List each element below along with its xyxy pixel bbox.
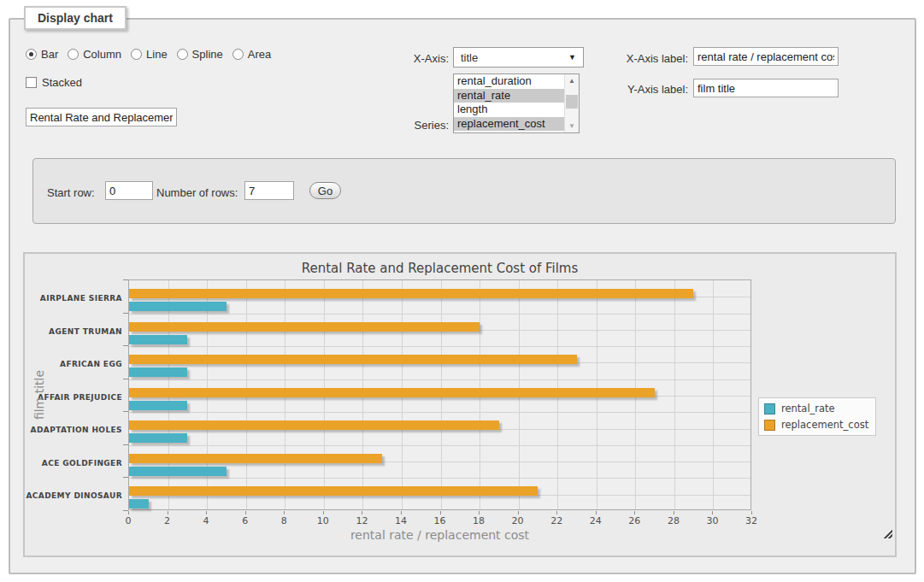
- stacked-option[interactable]: Stacked: [26, 76, 82, 89]
- x-axis-tick: [362, 511, 362, 514]
- x-axis-tick: [284, 511, 285, 514]
- x-axis-tick: [323, 511, 324, 514]
- x-tick-label: 24: [581, 515, 610, 526]
- y-axis-tick: [123, 379, 128, 379]
- y-axis-tick: [123, 477, 128, 478]
- series-option-replacement_cost[interactable]: replacement_cost: [454, 117, 564, 132]
- bar-rental_rate: [129, 367, 187, 377]
- radio-label: Column: [83, 48, 121, 61]
- radio-icon[interactable]: [232, 49, 244, 60]
- scroll-thumb[interactable]: [566, 95, 578, 109]
- y-axis-label-field-label: Y-Axis label:: [598, 83, 688, 96]
- bar-rental_rate: [129, 302, 227, 311]
- y-axis-title: film title: [32, 370, 46, 420]
- x-axis-tick: [596, 511, 597, 514]
- chart-title-input[interactable]: [26, 108, 177, 126]
- chart-type-radio-column[interactable]: Column: [68, 48, 121, 61]
- scroll-up-icon[interactable]: ▲: [565, 74, 579, 87]
- bar-rental_rate: [129, 467, 227, 476]
- resize-grip-icon[interactable]: [883, 529, 892, 538]
- y-axis-tick: [123, 345, 128, 346]
- legend-label: rental_rate: [781, 403, 835, 414]
- x-tick-label: 8: [269, 515, 298, 526]
- scrollbar[interactable]: ▲ ▼: [564, 74, 579, 132]
- y-axis-label-input[interactable]: [693, 79, 839, 97]
- radio-label: Bar: [41, 48, 58, 61]
- x-axis-tick: [206, 511, 207, 514]
- x-tick-label: 16: [426, 515, 455, 526]
- radio-icon[interactable]: [177, 49, 188, 60]
- chart-title: Rental Rate and Replacement Cost of Film…: [128, 261, 751, 276]
- x-tick-label: 10: [309, 515, 338, 526]
- category-label: AGENT TRUMAN: [25, 327, 122, 336]
- x-tick-label: 32: [737, 515, 766, 526]
- chart-legend: rental_ratereplacement_cost: [758, 397, 876, 436]
- gridline-horizontal: [129, 445, 750, 446]
- x-tick-label: 22: [542, 515, 571, 526]
- category-label: ADAPTATION HOLES: [25, 426, 122, 434]
- series-option-length[interactable]: length: [454, 103, 564, 117]
- category-label: ACE GOLDFINGER: [25, 459, 122, 467]
- x-axis-tick: [440, 511, 441, 514]
- start-row-input[interactable]: [105, 181, 153, 200]
- bar-replacement_cost: [129, 420, 499, 430]
- x-axis-tick: [751, 511, 752, 514]
- y-axis-tick: [123, 313, 128, 314]
- stacked-checkbox[interactable]: [26, 77, 37, 88]
- x-axis-tick: [674, 511, 674, 514]
- legend-entry-replacement_cost: replacement_cost: [764, 419, 868, 431]
- chart-type-radio-group: BarColumnLineSplineArea: [26, 48, 271, 61]
- go-button[interactable]: Go: [309, 182, 341, 199]
- x-axis-tick: [128, 511, 129, 514]
- bar-replacement_cost: [129, 388, 655, 397]
- gridline-vertical: [713, 280, 714, 509]
- radio-icon[interactable]: [26, 49, 37, 60]
- x-axis-select-label: X-Axis:: [389, 52, 449, 65]
- radio-label: Spline: [192, 48, 223, 61]
- x-tick-label: 2: [153, 515, 182, 526]
- category-label: AFRICAN EGG: [25, 360, 122, 368]
- x-tick-label: 30: [697, 515, 727, 526]
- number-of-rows-input[interactable]: [244, 181, 294, 200]
- category-label: ACADEMY DINOSAUR: [25, 491, 122, 500]
- gridline-horizontal: [129, 478, 750, 479]
- chart-plot-area: [128, 279, 751, 510]
- bar-replacement_cost: [129, 289, 693, 298]
- chart-type-radio-spline[interactable]: Spline: [177, 48, 223, 61]
- x-tick-label: 28: [659, 515, 688, 526]
- gridline-horizontal: [129, 379, 750, 380]
- legend-label: replacement_cost: [781, 419, 868, 431]
- x-axis-tick: [245, 511, 246, 514]
- series-option-rental_duration[interactable]: rental_duration: [454, 74, 564, 89]
- x-axis-title: rental rate / replacement cost: [128, 528, 751, 542]
- series-listbox-label: Series:: [389, 119, 449, 132]
- radio-icon[interactable]: [68, 49, 79, 60]
- stacked-label: Stacked: [42, 76, 82, 89]
- y-axis-tick: [123, 279, 128, 280]
- series-options: rental_durationrental_ratelengthreplacem…: [454, 74, 564, 132]
- bar-replacement_cost: [129, 355, 577, 364]
- y-axis-tick: [123, 411, 128, 412]
- bar-rental_rate: [129, 401, 187, 410]
- x-axis-label-input[interactable]: [693, 47, 839, 66]
- x-axis-tick: [479, 511, 480, 514]
- chart-type-radio-bar[interactable]: Bar: [26, 48, 58, 61]
- radio-icon[interactable]: [131, 49, 142, 60]
- category-label: AIRPLANE SIERRA: [25, 294, 122, 303]
- x-tick-label: 26: [620, 515, 649, 526]
- gridline-horizontal: [129, 314, 750, 315]
- x-axis-tick: [518, 511, 519, 514]
- x-axis-select[interactable]: title ▼: [453, 47, 584, 68]
- series-option-rental_rate[interactable]: rental_rate: [454, 89, 564, 103]
- x-axis-tick: [556, 511, 557, 514]
- series-listbox[interactable]: rental_durationrental_ratelengthreplacem…: [453, 73, 580, 133]
- chart-type-radio-line[interactable]: Line: [131, 48, 168, 61]
- bar-rental_rate: [129, 433, 187, 443]
- gridline-horizontal: [129, 346, 750, 347]
- fieldset-legend: Display chart: [24, 6, 127, 30]
- scroll-down-icon[interactable]: ▼: [565, 120, 579, 132]
- rental_rate-swatch-icon: [764, 403, 775, 414]
- chart-type-radio-area[interactable]: Area: [232, 48, 271, 61]
- x-axis-tick: [168, 511, 168, 514]
- start-row-label: Start row:: [47, 186, 95, 199]
